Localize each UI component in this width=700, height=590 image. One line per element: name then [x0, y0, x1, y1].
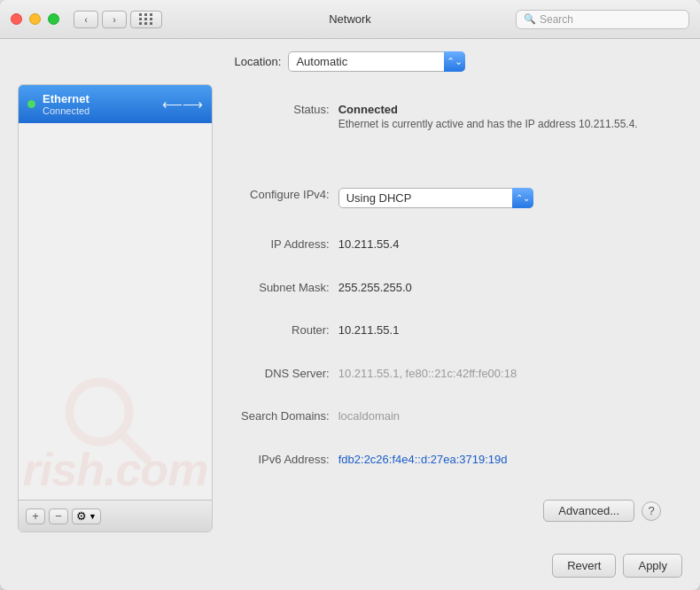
close-button[interactable] [11, 13, 22, 25]
router-value: 10.211.55.1 [338, 319, 661, 361]
location-select[interactable]: Automatic [288, 51, 465, 72]
main-panel: Ethernet Connected ⟵⟶ rish.com + [18, 84, 682, 532]
sidebar-toolbar: + − ⚙ ▼ [19, 500, 212, 532]
status-connected: Connected [338, 103, 398, 116]
add-network-button[interactable]: + [26, 508, 45, 524]
status-dot [27, 100, 35, 108]
subnet-label: Subnet Mask: [241, 276, 338, 319]
subnet-value: 255.255.255.0 [338, 276, 661, 319]
ethernet-icon: ⟵⟶ [162, 96, 203, 113]
sidebar: Ethernet Connected ⟵⟶ rish.com + [18, 84, 213, 532]
traffic-lights [11, 13, 59, 25]
sidebar-item-name: Ethernet [43, 92, 162, 105]
maximize-button[interactable] [48, 13, 59, 25]
configure-label: Configure IPv4: [241, 183, 338, 233]
back-icon: ‹ [84, 14, 88, 25]
grid-icon [139, 13, 153, 25]
search-icon: 🔍 [524, 13, 536, 25]
router-label: Router: [241, 319, 338, 361]
sidebar-item-info: Ethernet Connected [43, 92, 162, 116]
configure-value-wrapper: Using DHCP ⌃⌄ [338, 183, 661, 233]
location-label: Location: [235, 55, 282, 68]
status-value: Connected Ethernet is currently active a… [338, 98, 661, 155]
content: Location: Automatic ⌃⌄ Ethernet [0, 39, 700, 545]
configure-select-wrapper: Using DHCP ⌃⌄ [338, 188, 533, 208]
status-subtext: Ethernet is currently active and has the… [338, 118, 661, 130]
gear-icon: ⚙ [76, 509, 87, 523]
window: ‹ › Network 🔍 Search Location: Auto [0, 0, 700, 590]
forward-button[interactable]: › [102, 11, 127, 28]
search-domains-value: localdomain [338, 405, 661, 447]
sidebar-list: Ethernet Connected ⟵⟶ [19, 85, 212, 500]
apply-button[interactable]: Apply [623, 554, 682, 578]
titlebar: ‹ › Network 🔍 Search [0, 0, 700, 39]
minimize-button[interactable] [29, 13, 41, 25]
remove-network-button[interactable]: − [49, 508, 68, 524]
ip-value: 10.211.55.4 [338, 233, 661, 276]
forward-icon: › [113, 14, 116, 25]
nav-buttons: ‹ › [74, 11, 127, 28]
bottom-actions: Revert Apply [0, 545, 700, 590]
help-button[interactable]: ? [642, 501, 661, 521]
gear-button[interactable]: ⚙ ▼ [72, 508, 101, 524]
gear-chevron-icon: ▼ [89, 512, 97, 521]
detail-bottom-bar: Advanced... ? [241, 491, 661, 522]
back-button[interactable]: ‹ [74, 11, 98, 28]
location-row: Location: Automatic ⌃⌄ [18, 51, 682, 72]
configure-ipv4-select[interactable]: Using DHCP [338, 188, 533, 208]
info-grid: Status: Connected Ethernet is currently … [241, 98, 661, 491]
search-domains-label: Search Domains: [241, 405, 338, 447]
ipv6-value: fdb2:2c26:f4e4::d:27ea:3719:19d [338, 448, 661, 491]
dns-label: DNS Server: [241, 362, 338, 405]
ip-label: IP Address: [241, 233, 338, 276]
grid-button[interactable] [130, 11, 162, 28]
search-bar[interactable]: 🔍 Search [516, 10, 689, 29]
revert-button[interactable]: Revert [552, 554, 616, 578]
sidebar-item-ethernet[interactable]: Ethernet Connected ⟵⟶ [19, 85, 212, 123]
dns-value: 10.211.55.1, fe80::21c:42ff:fe00:18 [338, 362, 661, 405]
status-label: Status: [241, 98, 338, 155]
advanced-button[interactable]: Advanced... [543, 500, 634, 522]
location-select-wrapper: Automatic ⌃⌄ [288, 51, 465, 72]
detail-panel: Status: Connected Ethernet is currently … [213, 84, 682, 532]
sidebar-item-status: Connected [43, 105, 162, 116]
search-label: Search [540, 13, 573, 26]
ipv6-label: IPv6 Address: [241, 448, 338, 491]
window-title: Network [329, 12, 371, 26]
